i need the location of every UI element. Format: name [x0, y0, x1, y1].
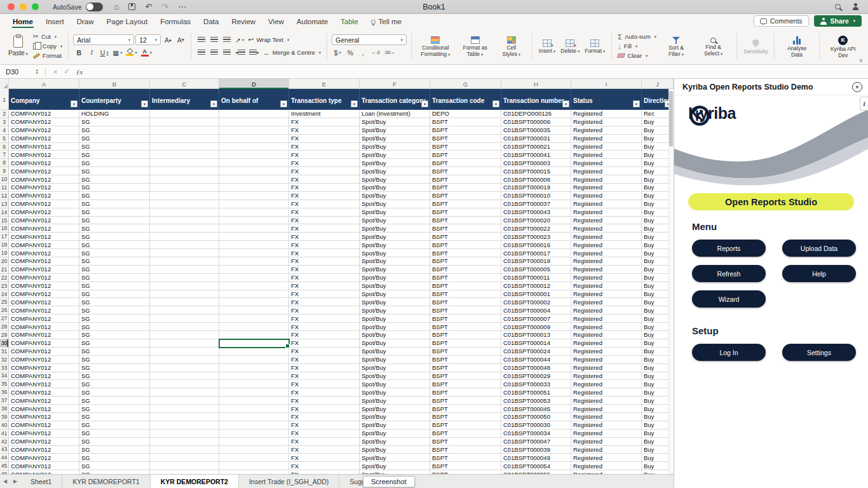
cell-I6[interactable]: Registered [571, 143, 642, 151]
cell-B33[interactable]: SG [79, 364, 150, 372]
cell-I3[interactable]: Registered [571, 118, 642, 126]
cell-C13[interactable] [150, 200, 219, 208]
cell-C22[interactable] [150, 274, 219, 282]
cell-B4[interactable]: SG [79, 126, 150, 135]
cell-B7[interactable]: SG [79, 151, 150, 159]
cell-G8[interactable]: BSPT [430, 159, 501, 167]
cell-I9[interactable]: Registered [571, 167, 642, 175]
cell-C30[interactable] [150, 339, 219, 348]
close-pane-icon[interactable]: × [852, 82, 862, 92]
cell-H38[interactable]: C01BSPT000045 [501, 405, 571, 413]
cell-D45[interactable] [219, 462, 289, 470]
row-header-32[interactable]: 32 [0, 356, 9, 364]
cell-E40[interactable]: FX [289, 421, 360, 430]
cell-F30[interactable]: Spot/Buy [360, 339, 430, 348]
cell-E9[interactable]: FX [289, 167, 360, 175]
cell-C2[interactable] [150, 110, 219, 118]
cell-D22[interactable] [219, 274, 289, 282]
row-header-9[interactable]: 9 [0, 167, 9, 175]
cell-H40[interactable]: C01BSPT000030 [501, 421, 571, 430]
cell-E41[interactable]: FX [289, 430, 360, 438]
cell-H34[interactable]: C01BSPT000029 [501, 372, 571, 381]
cell-D16[interactable] [219, 224, 289, 233]
cell-D44[interactable] [219, 454, 289, 462]
redo-icon[interactable]: ↷ [161, 2, 168, 11]
cell-C8[interactable] [150, 159, 219, 167]
cell-F38[interactable]: Spot/Buy [360, 405, 430, 413]
cell-B29[interactable]: SG [79, 331, 150, 339]
cell-B22[interactable]: SG [79, 274, 150, 282]
cell-B44[interactable]: SG [79, 454, 150, 462]
cell-B31[interactable]: SG [79, 348, 150, 356]
cell-F12[interactable]: Spot/Buy [360, 192, 430, 200]
cell-A4[interactable]: COMPANY012 [9, 126, 79, 135]
pane-button-refresh[interactable]: Refresh [692, 265, 766, 282]
cell-E10[interactable]: FX [289, 175, 360, 184]
cell-G34[interactable]: BSPT [430, 372, 501, 381]
pane-button-wizard[interactable]: Wizard [692, 290, 766, 308]
paste-button[interactable]: Paste▾ [6, 36, 31, 57]
cell-A6[interactable]: COMPANY012 [9, 143, 79, 151]
cell-F24[interactable]: Spot/Buy [360, 290, 430, 299]
cell-F22[interactable]: Spot/Buy [360, 274, 430, 282]
cell-I42[interactable]: Registered [571, 438, 642, 446]
cell-D21[interactable] [219, 266, 289, 274]
cell-F5[interactable]: Spot/Buy [360, 135, 430, 143]
cell-B25[interactable]: SG [79, 298, 150, 306]
cell-E30[interactable]: FX [289, 339, 360, 348]
cell-E14[interactable]: FX [289, 208, 360, 217]
share-button[interactable]: Share ▾ [814, 15, 862, 27]
cell-H6[interactable]: C01BSPT000021 [501, 143, 571, 151]
cell-C7[interactable] [150, 151, 219, 159]
close-window-button[interactable] [8, 3, 15, 10]
cell-G14[interactable]: BSPT [430, 208, 501, 217]
cell-F31[interactable]: Spot/Buy [360, 348, 430, 356]
ribbon-tab-table[interactable]: Table [340, 16, 359, 28]
cell-D29[interactable] [219, 331, 289, 339]
ribbon-tab-page-layout[interactable]: Page Layout [106, 16, 149, 28]
cell-A38[interactable]: COMPANY012 [9, 405, 79, 413]
column-header-transaction-code[interactable]: Transaction code▼ [430, 89, 501, 110]
copy-button[interactable]: Copy▾ [32, 42, 64, 51]
cell-C38[interactable] [150, 405, 219, 413]
cell-G17[interactable]: BSPT [430, 233, 501, 241]
cell-E22[interactable]: FX [289, 274, 360, 282]
insert-function-icon[interactable]: ƒx [76, 68, 83, 76]
column-header-intermediary[interactable]: Intermediary▼ [150, 89, 219, 110]
sort-filter-button[interactable]: Sort & Filter▾ [659, 35, 693, 57]
cell-A26[interactable]: COMPANY012 [9, 306, 79, 315]
ribbon-tab-data[interactable]: Data [203, 16, 219, 28]
cell-E44[interactable]: FX [289, 454, 360, 462]
cell-C23[interactable] [150, 282, 219, 290]
cell-H28[interactable]: C01BSPT000009 [501, 323, 571, 331]
cell-F43[interactable]: Spot/Buy [360, 446, 430, 454]
cell-B19[interactable]: SG [79, 249, 150, 257]
column-header-transaction-type[interactable]: Transaction type▼ [289, 89, 360, 110]
cell-H11[interactable]: C01BSPT000019 [501, 184, 571, 192]
cell-D33[interactable] [219, 364, 289, 372]
minimize-window-button[interactable] [20, 3, 27, 10]
cell-B17[interactable]: SG [79, 233, 150, 241]
cell-A32[interactable]: COMPANY012 [9, 356, 79, 364]
cell-G10[interactable]: BSPT [430, 175, 501, 184]
cell-F34[interactable]: Spot/Buy [360, 372, 430, 381]
cell-A21[interactable]: COMPANY012 [9, 266, 79, 274]
pane-button-help[interactable]: Help [782, 265, 856, 282]
cell-E6[interactable]: FX [289, 143, 360, 151]
cell-F26[interactable]: Spot/Buy [360, 306, 430, 315]
cell-H36[interactable]: C01BSPT000051 [501, 388, 571, 396]
cell-G31[interactable]: BSPT [430, 348, 501, 356]
row-header-39[interactable]: 39 [0, 413, 9, 421]
cell-E15[interactable]: FX [289, 217, 360, 225]
cell-B34[interactable]: SG [79, 372, 150, 381]
ribbon-tab-view[interactable]: View [268, 16, 285, 28]
cell-F29[interactable]: Spot/Buy [360, 331, 430, 339]
cell-C45[interactable] [150, 462, 219, 470]
cell-C32[interactable] [150, 356, 219, 364]
cell-H42[interactable]: C01BSPT000047 [501, 438, 571, 446]
cell-G36[interactable]: BSPT [430, 388, 501, 396]
cell-C12[interactable] [150, 192, 219, 200]
cell-D36[interactable] [219, 388, 289, 396]
cell-A45[interactable]: COMPANY012 [9, 462, 79, 470]
cell-F41[interactable]: Spot/Buy [360, 430, 430, 438]
